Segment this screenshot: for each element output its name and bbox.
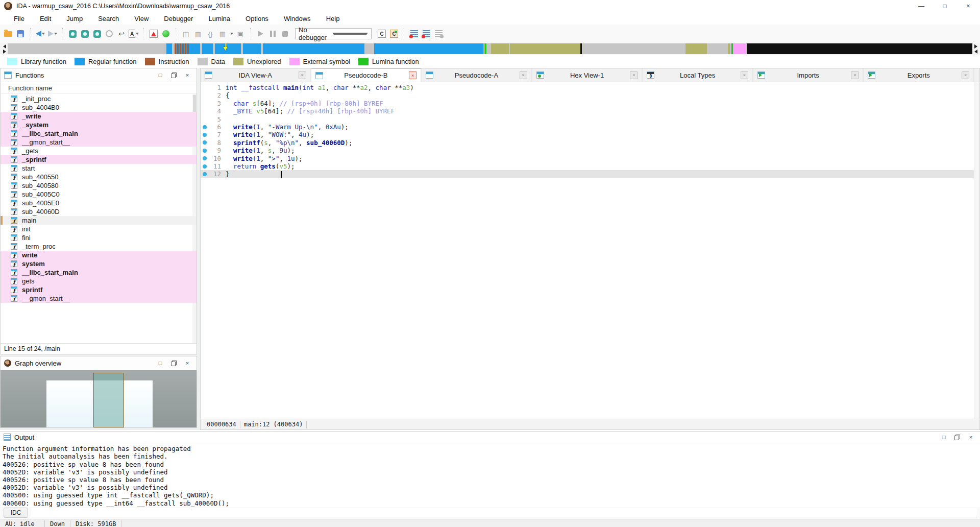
script-command-input[interactable]: [31, 508, 977, 517]
breakpoint-gutter[interactable]: [201, 131, 209, 138]
debug-play-icon[interactable]: [255, 29, 265, 39]
panel-close-icon[interactable]: ×: [184, 72, 191, 78]
navband-segment[interactable]: [364, 43, 374, 54]
menu-search[interactable]: Search: [90, 13, 127, 24]
function-row-sub_400550[interactable]: fsub_400550: [1, 173, 197, 181]
function-row-sub_4005C0[interactable]: fsub_4005C0: [1, 190, 197, 199]
navband-segment[interactable]: [166, 43, 172, 54]
navband-segment[interactable]: [486, 43, 491, 54]
minimize-icon[interactable]: —: [910, 0, 933, 12]
function-row-sub_4005E0[interactable]: fsub_4005E0: [1, 199, 197, 207]
debug-pause-icon[interactable]: [267, 29, 278, 39]
breakpoint-icon[interactable]: [203, 133, 207, 137]
breakpoint-gutter[interactable]: [201, 84, 209, 91]
open-file-icon[interactable]: [3, 29, 13, 39]
recent-scripts-icon[interactable]: [409, 29, 419, 39]
panel-close-icon[interactable]: ×: [184, 360, 191, 366]
function-row-sprintf[interactable]: f_sprintf: [1, 155, 197, 164]
menu-lumina[interactable]: Lumina: [201, 13, 238, 24]
function-row-gmon_start[interactable]: f__gmon_start__: [1, 138, 197, 147]
breakpoint-gutter[interactable]: [201, 100, 209, 107]
tab-pseudocode-b[interactable]: Pseudocode-B×: [311, 68, 422, 82]
back-icon[interactable]: [35, 29, 45, 39]
function-row-gmon_start[interactable]: f__gmon_start__: [1, 294, 197, 303]
compile-script-icon[interactable]: C: [389, 29, 399, 39]
close-icon[interactable]: ×: [957, 0, 980, 12]
lumina-icon[interactable]: [161, 29, 171, 39]
navband-segment[interactable]: [8, 43, 166, 54]
tab-imports[interactable]: Imports×: [753, 68, 864, 82]
navband-segment[interactable]: [510, 43, 580, 54]
tab-close-icon[interactable]: ×: [962, 71, 969, 79]
band-scroll-right[interactable]: [972, 43, 979, 54]
panel-maximize-icon[interactable]: □: [157, 360, 164, 366]
breakpoint-gutter[interactable]: [201, 162, 209, 170]
code-line-7[interactable]: 7 write(1, "WOW:", 4u);: [201, 131, 979, 138]
breakpoint-gutter[interactable]: [201, 155, 209, 162]
enums-icon[interactable]: ▦: [217, 29, 228, 39]
function-row-write[interactable]: fwrite: [1, 251, 197, 259]
menu-jump[interactable]: Jump: [59, 13, 90, 24]
navband-segment[interactable]: [582, 43, 685, 54]
pseudocode-view[interactable]: 1int __fastcall main(int a1, char **a2, …: [201, 82, 979, 419]
band-scroll-left[interactable]: [1, 43, 8, 54]
script-command-icon[interactable]: [421, 29, 431, 39]
function-row-system[interactable]: fsystem: [1, 259, 197, 268]
panel-float-icon[interactable]: [171, 361, 177, 366]
stack-frame-icon[interactable]: ▥: [193, 29, 203, 39]
function-row-term_proc[interactable]: f_term_proc: [1, 242, 197, 251]
function-row-libc_start_main[interactable]: f__libc_start_main: [1, 268, 197, 277]
function-name-column-header[interactable]: Function name: [1, 82, 197, 94]
code-line-4[interactable]: 4 _BYTE v5[64]; // [rsp+40h] [rbp-40h] B…: [201, 107, 979, 115]
breakpoint-gutter[interactable]: [201, 170, 209, 178]
breakpoint-gutter[interactable]: [201, 147, 209, 154]
pseudocode-scrollbar[interactable]: [974, 82, 979, 419]
function-row-init[interactable]: finit: [1, 225, 197, 233]
function-row-main[interactable]: fmain: [1, 216, 197, 225]
jump-address-icon[interactable]: [67, 29, 78, 39]
navigation-band[interactable]: [8, 43, 972, 54]
function-row-start[interactable]: fstart: [1, 164, 197, 173]
script-snippets-icon[interactable]: [433, 29, 444, 39]
tab-close-icon[interactable]: ×: [520, 71, 527, 79]
function-row-libc_start_main[interactable]: f__libc_start_main: [1, 129, 197, 138]
color-item-icon[interactable]: [149, 29, 159, 39]
code-line-5[interactable]: 5: [201, 115, 979, 123]
tab-ida-view-a[interactable]: IDA View-A×: [201, 68, 311, 82]
graph-overview-canvas[interactable]: [1, 370, 197, 427]
breakpoint-gutter[interactable]: [201, 139, 209, 147]
tab-exports[interactable]: Exports×: [864, 68, 974, 82]
structs-icon[interactable]: {}: [205, 29, 215, 39]
navband-segment[interactable]: [263, 43, 364, 54]
tab-pseudocode-a[interactable]: Pseudocode-A×: [422, 68, 532, 82]
function-row-fini[interactable]: ffini: [1, 233, 197, 242]
create-function-icon[interactable]: ◫: [181, 29, 191, 39]
tab-hex-view-1[interactable]: Hex View-1×: [532, 68, 643, 82]
function-row-gets[interactable]: fgets: [1, 277, 197, 285]
return-address-icon[interactable]: ↩: [116, 29, 127, 39]
breakpoint-icon[interactable]: [203, 140, 207, 145]
function-row-sprintf[interactable]: fsprintf: [1, 285, 197, 294]
code-line-2[interactable]: 2{: [201, 91, 979, 99]
navband-segment[interactable]: [734, 43, 746, 54]
breakpoint-icon[interactable]: [203, 125, 207, 129]
breakpoint-icon[interactable]: [203, 156, 207, 160]
breakpoint-icon[interactable]: [203, 149, 207, 153]
panel-float-icon[interactable]: [171, 73, 177, 78]
panel-float-icon[interactable]: [954, 435, 960, 440]
function-row-system[interactable]: f_system: [1, 121, 197, 129]
navband-segment[interactable]: [374, 43, 483, 54]
jump-problem-icon[interactable]: [104, 29, 114, 39]
code-line-11[interactable]: 11 return gets(v5);: [201, 162, 979, 170]
menu-debugger[interactable]: Debugger: [156, 13, 201, 24]
breakpoint-icon[interactable]: [203, 172, 207, 176]
code-line-9[interactable]: 9 write(1, s, 9u);: [201, 147, 979, 154]
tab-local-types[interactable]: 0Local Types×: [643, 68, 753, 82]
save-icon[interactable]: [15, 29, 26, 39]
graph-viewport-rect[interactable]: [93, 373, 124, 427]
code-line-10[interactable]: 10 write(1, ">", 1u);: [201, 155, 979, 162]
breakpoint-gutter[interactable]: [201, 115, 209, 123]
function-row-sub_4004B0[interactable]: fsub_4004B0: [1, 103, 197, 112]
code-line-3[interactable]: 3 char s[64]; // [rsp+0h] [rbp-80h] BYRE…: [201, 100, 979, 107]
jump-function-icon[interactable]: [92, 29, 102, 39]
